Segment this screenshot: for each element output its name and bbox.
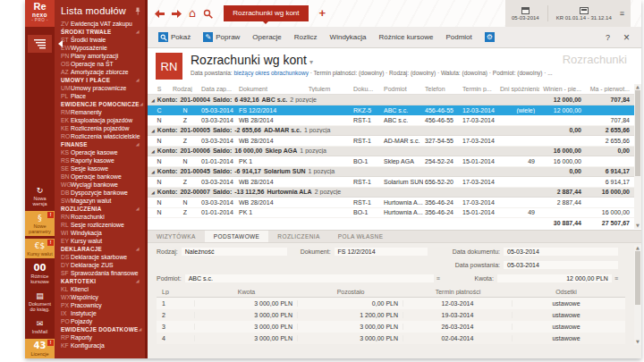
scroll-up-icon[interactable]: ▲: [636, 84, 640, 90]
sidebar-item-po[interactable]: POPojazdy: [61, 317, 145, 325]
sidebar-item-pl[interactable]: PLPłace: [61, 92, 145, 100]
current-date-button[interactable]: 05-03-2014: [512, 7, 539, 21]
forward-icon[interactable]: [172, 10, 182, 18]
podmiot-menu-icon[interactable]: ≡: [436, 275, 440, 282]
column-header-doku[interactable]: Doku...: [352, 86, 382, 92]
expand-icon[interactable]: ◢: [151, 189, 155, 195]
add-tab-button[interactable]: +: [319, 8, 326, 19]
sidebar-item-rl[interactable]: RLSesje rozliczeniowe: [61, 221, 145, 229]
sidebar-item-zv[interactable]: ZVEwidencja VAT zakupu: [61, 20, 145, 28]
column-header-termin-p[interactable]: Termin p...: [461, 86, 498, 92]
scroll-up-icon[interactable]: ▲: [636, 245, 640, 251]
column-header-dokument[interactable]: Dokument: [237, 86, 287, 92]
help-button[interactable]: ?: [606, 33, 610, 42]
sidebar-item-px[interactable]: PXPracownicy: [61, 301, 145, 309]
expand-icon[interactable]: ◢: [151, 97, 155, 103]
sidebar-item-db[interactable]: DBDyspozycje bankowe: [61, 189, 145, 197]
column-header-telefon[interactable]: Telefon: [423, 86, 461, 92]
sidebar-section-ewidencje-pomocnicze[interactable]: EWIDENCJE POMOCNICZE◢: [61, 100, 145, 108]
expand-icon[interactable]: ◢: [151, 169, 155, 174]
toolbar-rozlicz-button[interactable]: Rozlicz: [288, 30, 324, 44]
strip-kursy-walut-button[interactable]: €$Kursy walut!: [25, 239, 55, 258]
sidebar-item-az[interactable]: AZAmortyzacje zbiorcze: [61, 68, 145, 76]
sidebar-item-pn[interactable]: PNPlany amortyzacji: [61, 52, 145, 60]
sidebar-item-ke[interactable]: KERozliczenia pojazdów: [61, 124, 145, 132]
table-row[interactable]: NN03-03-2014WB 28/2014RŚT-1Hurtownia A..…: [148, 198, 641, 208]
toolbar-pokaz-button[interactable]: Pokaż: [152, 29, 197, 45]
group-row[interactable]: ◢Konto:201-00006Saldo:16 000,00Sklep AGA…: [148, 147, 641, 157]
toolbar-settings-button[interactable]: ⚙: [479, 29, 501, 45]
column-header-podmiot[interactable]: Podmiot: [382, 86, 423, 92]
toolbar-popraw-button[interactable]: ✎Popraw: [197, 29, 246, 45]
sidebar-section-kartoteki[interactable]: KARTOTEKI◢: [61, 277, 145, 285]
page-title[interactable]: Rozrachunki wg kont▾: [191, 53, 553, 67]
home-icon[interactable]: ⌂: [189, 8, 196, 19]
hamburger-menu-icon[interactable]: ≡: [620, 9, 624, 18]
table-row[interactable]: NZ01-01-2014PK 1BO-1Hurtownia A...356-46…: [148, 208, 641, 219]
table-row[interactable]: NZ03-03-2014WB 28/2014RŚT-1ABC s.c.456-4…: [148, 115, 641, 126]
sidebar-item-ix[interactable]: IXInstytucje: [61, 309, 145, 317]
sidebar-item-rs[interactable]: RSRaporty kasowe: [61, 156, 145, 164]
toolbar-podmiot-button[interactable]: Podmiot: [439, 30, 478, 44]
schedule-row[interactable]: 23 000,00 PLN1 200,00 PLN19-03-2014ustaw…: [157, 309, 625, 321]
filter-period-link[interactable]: bieżący okres obrachunkowy: [233, 70, 308, 76]
column-header-s[interactable]: S: [148, 86, 171, 92]
toolbar-operacje-button[interactable]: Operacje: [246, 30, 287, 44]
grid-scrollbar[interactable]: ▲ ▼: [634, 84, 641, 229]
sidebar-section-umowy-i-place[interactable]: UMOWY I PŁACE◢: [61, 76, 145, 84]
schedule-row[interactable]: 13 000,00 PLN0,00 PLN12-03-2014ustawowe: [157, 298, 625, 309]
sidebar-item-wi[interactable]: WIWindykacja: [61, 229, 145, 237]
sidebar-section-deklaracje[interactable]: DEKLARACJE◢: [61, 245, 145, 253]
tab-podstawowe[interactable]: PODSTAWOWE: [205, 231, 269, 242]
sidebar-item-rp[interactable]: RPRaporty: [61, 333, 145, 341]
sidebar-item-ro[interactable]: RORozliczenia właścicielskie: [61, 132, 145, 140]
group-row[interactable]: ◢Konto:201-00045Saldo:-6 914,17Solarium …: [148, 167, 641, 178]
pin-icon[interactable]: [134, 3, 141, 19]
table-row-selected[interactable]: CN05-03-2014FS 12/2/2014RKZ-5ABC s.c.456…: [148, 105, 641, 116]
strip-roznice-kursowe-button[interactable]: 00Różnice kursowe: [25, 261, 55, 286]
back-icon[interactable]: [155, 10, 165, 18]
scroll-thumb[interactable]: [635, 251, 640, 305]
column-header-winien-pie[interactable]: Winien - pie...: [539, 86, 586, 92]
scroll-down-icon[interactable]: ▼: [636, 223, 640, 229]
strip-dokument-do-ksiag-button[interactable]: ▤Dokument do ksiąg.: [25, 289, 55, 314]
tab-wizytowka[interactable]: WIZYTÓWKA: [148, 231, 205, 242]
sidebar-item-wx[interactable]: WXWspólnicy: [61, 293, 145, 301]
table-row[interactable]: NZ03-03-2014WB 28/2014RŚT-1Solarium SUN6…: [148, 177, 641, 188]
search-icon[interactable]: [203, 9, 213, 19]
schedule-row[interactable]: 33 000,00 PLN3 000,00 PLN26-03-2014ustaw…: [157, 321, 625, 333]
sidebar-section-srodki-trwale[interactable]: ŚRODKI TRWAŁE◢: [61, 28, 145, 36]
kwota-menu-icon[interactable]: ≡: [614, 275, 618, 282]
column-header-data-zap[interactable]: Data zap...: [199, 86, 237, 92]
sidebar-item-bn[interactable]: BNOperacje bankowe: [61, 173, 145, 181]
sidebar-item-sf[interactable]: SFSprawozdania finansowe: [61, 269, 145, 277]
sidebar-item-ey[interactable]: EYKursy walut: [61, 237, 145, 245]
scroll-down-icon[interactable]: ▼: [636, 339, 640, 345]
column-header-dni-spoznienia[interactable]: Dni spóźnienia: [498, 86, 539, 92]
sidebar-section-finanse[interactable]: FINANSE◢: [61, 140, 145, 148]
sidebar-item-os[interactable]: OSOperacje na ŚT: [61, 60, 145, 68]
sidebar-item-ks[interactable]: KSOperacje kasowe: [61, 148, 145, 156]
column-header-tytulem[interactable]: Tytułem: [287, 86, 352, 92]
accounting-period-button[interactable]: KR 01.01.14 - 31.12.14: [556, 7, 612, 21]
column-header-ma-pierwot[interactable]: Ma - pierwot...: [586, 86, 634, 92]
sidebar-item-kf[interactable]: KFKonfiguracja: [61, 341, 145, 349]
strip-nowa-wersja-button[interactable]: ↻Nowa wersja: [25, 183, 55, 208]
details-scrollbar[interactable]: ▲ ▼: [634, 245, 641, 345]
sidebar-section-ewidencje-dodatkowe[interactable]: EWIDENCJE DODATKOWE◢: [61, 325, 145, 333]
sidebar-item-se[interactable]: SESesje kasowe: [61, 164, 145, 173]
table-row[interactable]: NZ03-03-2014WB 28/2014RŚT-1AD-MAR s.c.32…: [148, 136, 641, 147]
schedule-row[interactable]: 43 000,00 PLN3 000,00 PLN02-04-2014ustaw…: [157, 333, 625, 344]
toolbar-roznice-kursowe-button[interactable]: Różnice kursowe: [373, 30, 440, 44]
toolbar-windykacja-button[interactable]: Windykacja: [324, 30, 373, 44]
sidebar-item-wg[interactable]: WGWyciągi bankowe: [61, 181, 145, 189]
sidebar-item-kl[interactable]: KLKlienci: [61, 285, 145, 293]
sidebar-item-dy[interactable]: DYDeklaracje ZUS: [61, 261, 145, 269]
sidebar-item-um[interactable]: UMUmowy pracownicze: [61, 84, 145, 92]
sidebar-item-sw[interactable]: SWMagazyn walut: [61, 197, 145, 205]
strip-insmail-button[interactable]: ✉InsMail: [25, 316, 55, 336]
sidebar-item-rm[interactable]: RMRemanenty: [61, 108, 145, 116]
app-logo[interactable]: Re nexo - PRO -: [25, 0, 55, 27]
close-view-button[interactable]: ×: [623, 33, 630, 42]
group-row[interactable]: ◢Konto:201-00004Saldo:6 492,16ABC s.c.2 …: [148, 95, 641, 105]
